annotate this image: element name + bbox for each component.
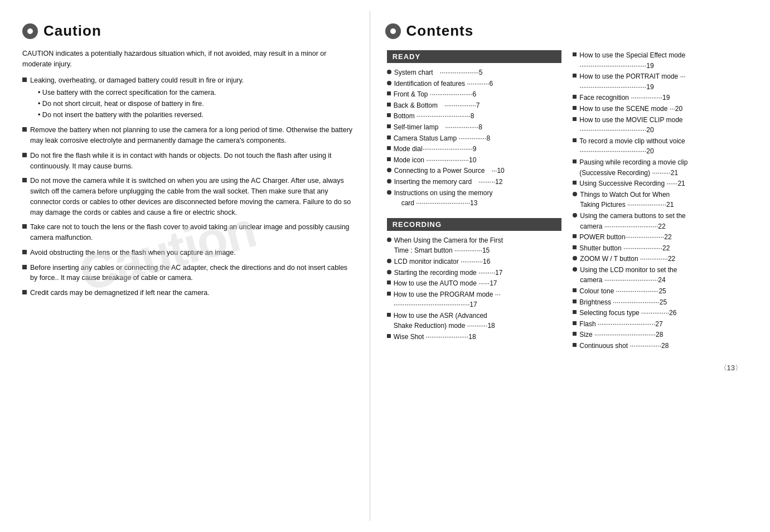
list-text: Do not move the camera while it is switc… <box>30 176 353 217</box>
toc-text: How to use the Special Effect mode <box>579 51 685 59</box>
toc-text: Connecting to a Power Source ···10 <box>394 166 505 176</box>
toc-text: Shake Reduction) mode ···········18 <box>394 322 495 330</box>
toc-text: Using Successive Recording ······21 <box>579 178 685 189</box>
toc-sq-icon <box>573 245 577 249</box>
list-item: Remove the battery when not planning to … <box>22 125 353 146</box>
toc-item: How to use the SCENE mode ···20 <box>573 104 748 115</box>
toc-text: How to use the PORTRAIT mode ··· <box>579 72 685 80</box>
toc-sq-icon <box>573 117 577 121</box>
toc-text: Taking Pictures ·····················21 <box>580 201 674 209</box>
list-item: Credit cards may be demagnetized if left… <box>22 288 353 298</box>
toc-text: card ·····························13 <box>394 199 478 207</box>
toc-item: Colour tone ·······················25 <box>573 286 748 297</box>
toc-item: Bottom ·····························8 <box>387 111 562 122</box>
toc-sq-icon <box>387 113 391 117</box>
toc-text: System chart ·····················5 <box>394 67 483 78</box>
toc-text: Using the LCD monitor to set the <box>580 266 677 274</box>
list-item: Use battery with the correct specificati… <box>38 87 244 98</box>
list-item: Do not short circuit, heat or dispose of… <box>38 98 244 109</box>
toc-text: camera ·····························24 <box>580 276 665 284</box>
toc-sq-icon <box>387 334 391 338</box>
toc-item: Using the LCD monitor to set the camera … <box>573 265 748 286</box>
ready-toc: System chart ·····················5 Iden… <box>387 67 562 209</box>
toc-bullet-icon <box>387 190 391 195</box>
toc-item: POWER button·····················22 <box>573 232 748 243</box>
toc-text: Identification of features ············6 <box>394 79 493 89</box>
toc-text: How to use the MOVIE CLIP mode <box>579 116 682 124</box>
list-item: Do not move the camera while it is switc… <box>22 176 353 217</box>
contents-panel: Contents READY System chart ············… <box>370 11 759 521</box>
toc-item: Back & Bottom ·················7 <box>387 100 562 112</box>
toc-item: Flash ·······························27 <box>573 319 748 330</box>
toc-text: How to use the PROGRAM mode ··· <box>394 291 501 298</box>
toc-text: LCD monitor indicator ············16 <box>394 257 491 267</box>
toc-bullet-icon <box>387 270 391 274</box>
toc-item: How to use the Special Effect mode ·····… <box>573 50 748 71</box>
list-item: Leaking, overheating, or damaged battery… <box>22 75 353 121</box>
toc-item: Starting the recording mode ·········17 <box>387 268 562 279</box>
toc-sq-icon <box>387 280 391 284</box>
toc-bullet-icon <box>387 70 391 74</box>
toc-text: ········································… <box>394 301 477 308</box>
toc-text: Shutter button ·····················22 <box>579 243 670 254</box>
toc-text: camera ·····························22 <box>580 223 665 230</box>
bullet-icon <box>22 224 27 229</box>
toc-item: How to use the MOVIE CLIP mode ·········… <box>573 115 748 136</box>
caution-header: Caution <box>22 22 353 40</box>
toc-text: ····································20 <box>579 126 653 134</box>
page-footer: 〈13〉 <box>573 363 748 373</box>
toc-sq-icon <box>387 124 391 128</box>
toc-item: Inserting the memory card ·········12 <box>387 177 562 188</box>
toc-sq-icon <box>387 292 391 296</box>
bullet-icon <box>22 265 27 269</box>
sub-list: Use battery with the correct specificati… <box>30 87 244 120</box>
toc-text: Mode icon ·······················10 <box>394 155 477 166</box>
toc-item: Identification of features ············6 <box>387 79 562 90</box>
toc-text: Self-timer lamp ··················8 <box>394 122 482 133</box>
toc-item: Face recognition ·················19 <box>573 93 748 104</box>
toc-item: How to use the PROGRAM mode ··· ········… <box>387 289 562 311</box>
toc-item: Pausing while recording a movie clip (Su… <box>573 157 748 178</box>
toc-text: Brightness ·························25 <box>579 297 667 308</box>
toc-sq-icon <box>573 234 577 238</box>
toc-text: Mode dial···························9 <box>394 144 477 154</box>
list-item: Do not fire the flash while it is in con… <box>22 151 353 172</box>
toc-item: Brightness ·························25 <box>573 297 748 308</box>
toc-item: Things to Watch Out for When Taking Pict… <box>573 190 748 211</box>
toc-bullet-icon <box>573 192 577 196</box>
toc-bullet-icon <box>387 238 391 242</box>
bullet-icon <box>22 250 27 254</box>
toc-item: How to use the PORTRAIT mode ··· ·······… <box>573 71 748 93</box>
toc-item: How to use the AUTO mode ······17 <box>387 278 562 289</box>
bullet-icon <box>22 153 27 157</box>
toc-text: (Successive Recording) ··········21 <box>579 169 678 177</box>
recording-toc: When Using the Camera for the First Time… <box>387 235 562 343</box>
toc-text: Bottom ·····························8 <box>394 111 474 122</box>
list-text: Take care not to touch the lens or the f… <box>30 222 353 243</box>
toc-bullet-icon <box>573 213 577 217</box>
toc-item: Camera Status Lamp ···············8 <box>387 133 562 144</box>
col2-toc: How to use the Special Effect mode ·····… <box>573 50 748 352</box>
toc-sq-icon <box>573 288 577 292</box>
toc-sq-icon <box>387 157 391 161</box>
toc-item: Mode dial···························9 <box>387 144 562 155</box>
toc-sq-icon <box>573 106 577 110</box>
toc-text: Flash ·······························27 <box>579 319 662 330</box>
toc-sq-icon <box>573 343 577 347</box>
toc-text: POWER button·····················22 <box>579 232 671 243</box>
toc-item: How to use the ASR (Advanced Shake Reduc… <box>387 311 562 332</box>
list-item: Before inserting any cables or connectin… <box>22 263 353 284</box>
toc-sq-icon <box>573 321 577 325</box>
toc-text: Colour tone ·······················25 <box>579 286 666 297</box>
toc-item: Self-timer lamp ··················8 <box>387 122 562 133</box>
contents-title: Contents <box>406 22 474 40</box>
caution-panel: Caution CAUTION indicates a potentially … <box>11 11 370 521</box>
toc-text: Wise Shot ·······················18 <box>394 332 476 342</box>
toc-text: ZOOM W / T button ···············22 <box>580 254 675 264</box>
toc-sq-icon <box>573 159 577 163</box>
toc-text: Back & Bottom ·················7 <box>394 100 480 111</box>
toc-sq-icon <box>387 136 391 139</box>
toc-text: Inserting the memory card ·········12 <box>394 177 503 187</box>
toc-text: Camera Status Lamp ···············8 <box>394 133 490 144</box>
toc-bullet-icon <box>387 81 391 85</box>
